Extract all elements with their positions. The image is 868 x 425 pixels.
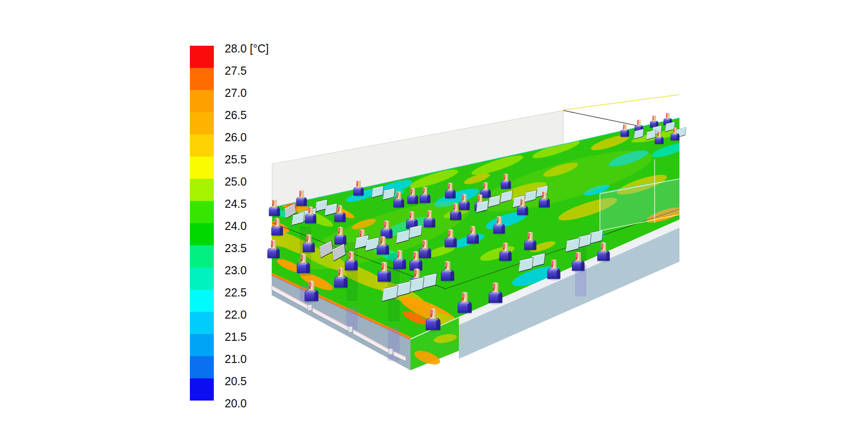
cfd-post-viewport: 28.0 [°C]27.527.026.526.025.525.024.524.… bbox=[0, 0, 868, 425]
temperature-contour-3d-view bbox=[0, 0, 868, 425]
person-figure bbox=[621, 124, 629, 138]
rail-junction bbox=[348, 326, 353, 332]
cfd-scene bbox=[0, 0, 868, 425]
rail-junction bbox=[388, 349, 393, 354]
rail-junction bbox=[307, 305, 312, 310]
